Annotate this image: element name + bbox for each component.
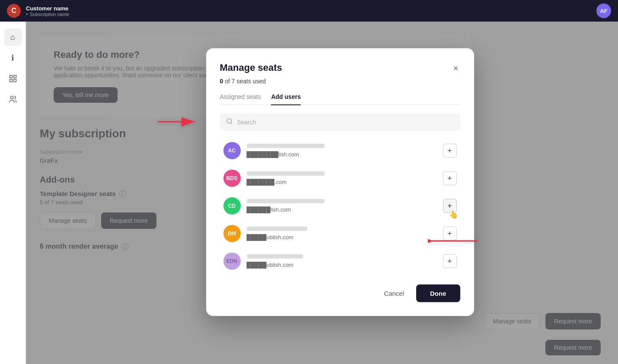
sidebar-item-layout[interactable] (4, 70, 22, 87)
user-info: ██████lish.com (247, 199, 437, 213)
user-row: CD ██████lish.com + 👆 (220, 193, 460, 219)
modal-title: Manage seats (220, 62, 282, 73)
user-name-redacted (247, 199, 325, 203)
user-name-redacted (247, 226, 307, 231)
user-email: ████████lish.com (247, 151, 299, 157)
user-info: █████ublish.com (247, 226, 437, 241)
user-info: █████ublish.com (247, 254, 437, 268)
svg-rect-2 (10, 79, 12, 82)
user-email: █████ublish.com (247, 234, 293, 240)
modal-footer: Cancel Done (220, 285, 460, 302)
user-list: AC ████████lish.com + BDS ███████.com + … (220, 138, 460, 274)
sidebar-item-home[interactable]: ⌂ (4, 28, 22, 46)
add-user-button-active[interactable]: + 👆 (443, 199, 457, 213)
add-user-button[interactable]: + (443, 144, 457, 158)
header: C Customer name Subscription name AF (0, 0, 618, 22)
header-info: Customer name Subscription name (26, 5, 596, 17)
avatar: EDN (223, 253, 241, 270)
user-info: ████████lish.com (247, 143, 437, 158)
modal-header: Manage seats × (220, 62, 460, 74)
svg-rect-0 (10, 76, 12, 78)
user-info: ███████.com (247, 171, 437, 185)
search-input[interactable] (237, 119, 454, 126)
svg-point-7 (227, 119, 232, 123)
user-row: DM █████ublish.com + (220, 221, 460, 247)
add-user-button[interactable]: + (443, 254, 457, 268)
sidebar: ⌂ ℹ (0, 22, 26, 364)
cancel-button[interactable]: Cancel (377, 285, 411, 302)
avatar: BDS (223, 170, 241, 187)
svg-rect-1 (13, 76, 16, 78)
avatar: DM (223, 225, 241, 242)
modal-tabs: Assigned seats Add users (220, 93, 460, 105)
search-icon (226, 118, 233, 127)
customer-name: Customer name (26, 5, 596, 12)
user-row: BDS ███████.com + (220, 165, 460, 191)
user-email: ██████lish.com (247, 206, 291, 212)
modal-seats-info: 0 of 7 seats used (220, 77, 460, 84)
done-button[interactable]: Done (416, 285, 460, 302)
add-user-button[interactable]: + (443, 171, 457, 185)
avatar: AC (223, 142, 241, 159)
user-email: █████ublish.com (247, 261, 293, 268)
tab-add-users[interactable]: Add users (271, 93, 300, 105)
arrow-seats-indicator (156, 113, 199, 132)
modal-close-button[interactable]: × (452, 62, 460, 74)
app-logo: C (7, 4, 21, 18)
user-name-redacted (247, 143, 325, 148)
tab-assigned-seats[interactable]: Assigned seats (220, 93, 261, 105)
svg-point-4 (10, 96, 13, 99)
user-row: EDN █████ublish.com + (220, 248, 460, 274)
sidebar-item-info[interactable]: ℹ (4, 49, 22, 66)
user-name-redacted (247, 254, 303, 258)
user-avatar[interactable]: AF (596, 3, 611, 18)
avatar: CD (223, 197, 241, 215)
user-name-redacted (247, 171, 325, 175)
user-row: AC ████████lish.com + (220, 138, 460, 164)
user-email: ███████.com (247, 178, 287, 185)
arrow-add-button (428, 232, 480, 251)
search-bar (220, 114, 460, 131)
seats-used-number: 0 (220, 77, 223, 84)
manage-seats-modal: Manage seats × 0 of 7 seats used Assigne… (206, 48, 474, 316)
svg-rect-3 (13, 79, 16, 82)
sidebar-item-users[interactable] (4, 91, 22, 108)
subscription-status: Subscription name (26, 12, 596, 17)
